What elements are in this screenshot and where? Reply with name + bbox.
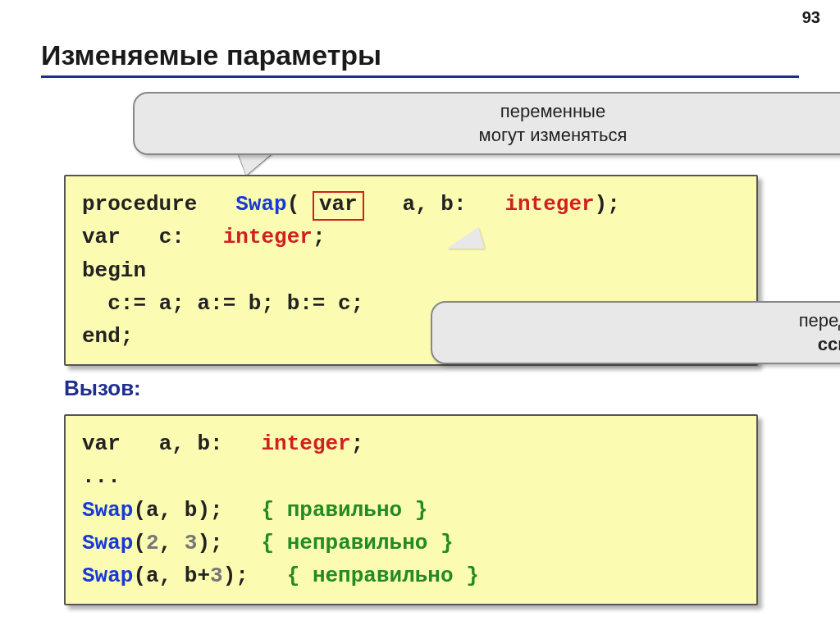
kw-begin: begin	[82, 258, 146, 283]
callout-variables: переменные могут изменяться	[133, 92, 840, 155]
semi: ;	[351, 431, 364, 456]
kw-var: var	[319, 192, 358, 217]
page-title: Изменяемые параметры	[41, 39, 381, 71]
type-integer: integer	[261, 431, 350, 456]
callout-text: передача по	[799, 310, 840, 331]
proc-name: Swap	[235, 192, 286, 217]
kw-procedure: procedure	[82, 192, 197, 217]
paren: );	[223, 564, 249, 588]
code-line: var a, b: integer;	[82, 427, 740, 460]
call-swap: Swap	[82, 564, 133, 588]
call-swap: Swap	[82, 498, 133, 523]
comment: { неправильно }	[262, 531, 454, 555]
title-underline	[41, 75, 799, 78]
var-highlight-box: var	[313, 191, 364, 221]
code-block-call: var a, b: integer; ... Swap(a, b); { пра…	[64, 414, 758, 605]
semi: ;	[313, 225, 326, 249]
args: (a, b);	[133, 498, 222, 523]
dots: ...	[82, 464, 121, 489]
type-integer: integer	[223, 225, 313, 249]
callout-text-bold: ссылке	[818, 334, 840, 354]
num-literal: 3	[210, 564, 223, 588]
kw-var: var	[82, 225, 121, 249]
code-line: ...	[82, 460, 740, 493]
type-integer: integer	[504, 192, 594, 217]
decl: a, b:	[159, 431, 223, 456]
num-literal: 3	[185, 531, 198, 555]
code-line: Swap(a, b); { правильно }	[82, 494, 740, 527]
semi: ;	[121, 324, 134, 349]
code-line: begin	[82, 254, 740, 287]
body: c:= a; a:= b; b:= c;	[107, 291, 363, 316]
comment: { правильно }	[261, 498, 427, 523]
comment: { неправильно }	[287, 564, 479, 588]
paren: (	[287, 192, 300, 217]
callout-tail	[447, 227, 485, 249]
call-swap: Swap	[82, 531, 133, 555]
callout-by-reference: передача по ссылке	[431, 301, 840, 364]
kw-end: end	[82, 324, 121, 349]
code-line: var c: integer;	[82, 221, 740, 253]
num-literal: 2	[146, 531, 159, 555]
decl: c:	[159, 225, 185, 249]
args: (a, b+	[133, 564, 210, 588]
callout-text: могут изменяться	[479, 125, 628, 145]
page-number: 93	[802, 8, 820, 27]
code-line: procedure Swap( var a, b: integer);	[82, 188, 740, 221]
code-line: Swap(2, 3); { неправильно }	[82, 527, 740, 559]
paren: );	[197, 531, 222, 555]
section-label-call: Вызов:	[64, 376, 141, 401]
comma: ,	[159, 531, 185, 555]
callout-text: переменные	[500, 101, 605, 121]
params: a, b:	[403, 192, 467, 217]
code-line: Swap(a, b+3); { неправильно }	[82, 559, 740, 592]
paren: );	[595, 192, 620, 217]
kw-var: var	[82, 431, 121, 456]
paren: (	[133, 531, 146, 555]
